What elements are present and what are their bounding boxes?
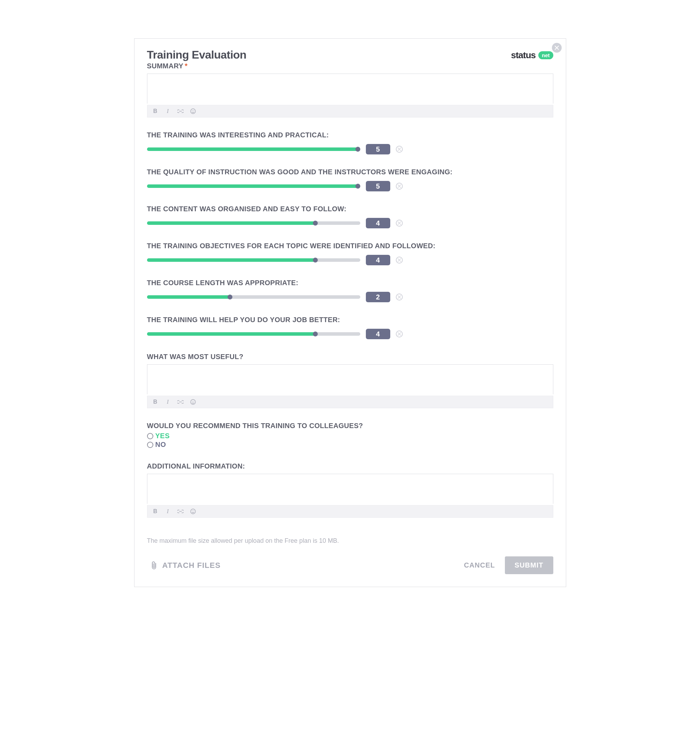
attach-files[interactable]: ATTACH FILES bbox=[147, 561, 221, 570]
rating-block-2: THE CONTENT WAS ORGANISED AND EASY TO FO… bbox=[147, 205, 553, 228]
rating-slider-row: 2 bbox=[147, 292, 553, 302]
close-button[interactable] bbox=[552, 43, 562, 53]
useful-toolbar: B I bbox=[147, 396, 553, 408]
radio-yes-label: YES bbox=[155, 432, 170, 440]
svg-point-5 bbox=[193, 401, 194, 401]
rating-slider[interactable] bbox=[147, 221, 360, 225]
rating-block-1: THE QUALITY OF INSTRUCTION WAS GOOD AND … bbox=[147, 168, 553, 191]
close-icon bbox=[555, 46, 559, 50]
summary-label: SUMMARY bbox=[147, 62, 184, 70]
rating-clear[interactable] bbox=[396, 146, 403, 153]
svg-point-6 bbox=[190, 509, 195, 514]
link-icon[interactable] bbox=[177, 398, 184, 406]
svg-point-3 bbox=[190, 400, 195, 405]
recommend-label: WOULD YOU RECOMMEND THIS TRAINING TO COL… bbox=[147, 422, 553, 430]
italic-icon[interactable]: I bbox=[164, 508, 172, 515]
rating-label: THE TRAINING WAS INTERESTING AND PRACTIC… bbox=[147, 131, 553, 139]
summary-editor: B I bbox=[147, 73, 553, 117]
rating-clear[interactable] bbox=[396, 331, 403, 337]
rating-label: THE TRAINING WILL HELP YOU DO YOUR JOB B… bbox=[147, 316, 553, 324]
rating-clear[interactable] bbox=[396, 183, 403, 190]
useful-block: WHAT WAS MOST USEFUL? B I bbox=[147, 352, 553, 408]
svg-point-4 bbox=[192, 401, 192, 401]
link-icon[interactable] bbox=[177, 508, 184, 515]
recommend-no-row: NO bbox=[147, 441, 553, 449]
emoji-icon[interactable] bbox=[189, 398, 197, 406]
rating-label: THE CONTENT WAS ORGANISED AND EASY TO FO… bbox=[147, 205, 553, 213]
useful-input[interactable] bbox=[147, 364, 553, 394]
rating-label: THE TRAINING OBJECTIVES FOR EACH TOPIC W… bbox=[147, 242, 553, 250]
brand-pill: net bbox=[538, 51, 553, 59]
italic-icon[interactable]: I bbox=[164, 107, 172, 115]
brand-logo: status net bbox=[511, 50, 553, 61]
rating-clear[interactable] bbox=[396, 256, 403, 264]
rating-label: THE QUALITY OF INSTRUCTION WAS GOOD AND … bbox=[147, 168, 553, 176]
bold-icon[interactable]: B bbox=[151, 398, 159, 406]
paperclip-icon bbox=[151, 561, 157, 570]
header: Training Evaluation SUMMARY* status net bbox=[147, 48, 553, 70]
radio-no-label: NO bbox=[155, 441, 166, 449]
bold-icon[interactable]: B bbox=[151, 508, 159, 515]
rating-slider[interactable] bbox=[147, 332, 360, 336]
brand-text: status bbox=[511, 50, 536, 61]
recommend-block: WOULD YOU RECOMMEND THIS TRAINING TO COL… bbox=[147, 422, 553, 449]
additional-block: ADDITIONAL INFORMATION: B I bbox=[147, 462, 553, 518]
rating-label: THE COURSE LENGTH WAS APPROPRIATE: bbox=[147, 278, 553, 287]
svg-point-0 bbox=[190, 109, 195, 114]
rating-value: 5 bbox=[366, 144, 390, 155]
emoji-icon[interactable] bbox=[189, 508, 197, 515]
radio-yes[interactable] bbox=[147, 433, 153, 439]
svg-point-7 bbox=[192, 510, 192, 511]
emoji-icon[interactable] bbox=[189, 107, 197, 115]
useful-label: WHAT WAS MOST USEFUL? bbox=[147, 352, 553, 361]
rating-block-5: THE TRAINING WILL HELP YOU DO YOUR JOB B… bbox=[147, 316, 553, 339]
italic-icon[interactable]: I bbox=[164, 398, 172, 406]
footer: ATTACH FILES CANCEL SUBMIT bbox=[147, 556, 553, 574]
rating-slider-row: 4 bbox=[147, 255, 553, 265]
summary-toolbar: B I bbox=[147, 105, 553, 117]
rating-block-0: THE TRAINING WAS INTERESTING AND PRACTIC… bbox=[147, 131, 553, 155]
rating-slider-row: 5 bbox=[147, 144, 553, 155]
rating-slider[interactable] bbox=[147, 184, 360, 188]
rating-value: 4 bbox=[366, 255, 390, 265]
rating-clear[interactable] bbox=[396, 294, 403, 300]
recommend-options: YES NO bbox=[147, 432, 553, 449]
attach-label: ATTACH FILES bbox=[162, 561, 221, 570]
bold-icon[interactable]: B bbox=[151, 107, 159, 115]
link-icon[interactable] bbox=[177, 107, 184, 115]
rating-value: 2 bbox=[366, 292, 390, 302]
recommend-yes-row: YES bbox=[147, 432, 553, 440]
additional-editor: B I bbox=[147, 474, 553, 518]
submit-button[interactable]: SUBMIT bbox=[505, 556, 553, 574]
additional-label: ADDITIONAL INFORMATION: bbox=[147, 462, 553, 470]
rating-block-4: THE COURSE LENGTH WAS APPROPRIATE:2 bbox=[147, 278, 553, 302]
actions: CANCEL SUBMIT bbox=[464, 556, 553, 574]
svg-point-2 bbox=[193, 110, 194, 111]
rating-slider-row: 4 bbox=[147, 329, 553, 339]
additional-input[interactable] bbox=[147, 474, 553, 504]
required-mark: * bbox=[185, 62, 187, 70]
summary-input[interactable] bbox=[147, 73, 553, 103]
rating-clear[interactable] bbox=[396, 220, 403, 227]
svg-point-1 bbox=[192, 110, 192, 111]
rating-slider[interactable] bbox=[147, 258, 360, 262]
form-card: Training Evaluation SUMMARY* status net … bbox=[134, 38, 566, 587]
rating-slider-row: 5 bbox=[147, 181, 553, 191]
rating-slider[interactable] bbox=[147, 147, 360, 151]
rating-slider-row: 4 bbox=[147, 218, 553, 228]
cancel-button[interactable]: CANCEL bbox=[464, 561, 495, 569]
rating-value: 4 bbox=[366, 329, 390, 339]
additional-toolbar: B I bbox=[147, 505, 553, 518]
rating-block-3: THE TRAINING OBJECTIVES FOR EACH TOPIC W… bbox=[147, 242, 553, 265]
rating-value: 5 bbox=[366, 181, 390, 191]
page-title: Training Evaluation bbox=[147, 48, 247, 61]
useful-editor: B I bbox=[147, 364, 553, 408]
rating-value: 4 bbox=[366, 218, 390, 228]
svg-point-8 bbox=[193, 510, 194, 511]
file-size-note: The maximum file size allowed per upload… bbox=[147, 537, 553, 545]
radio-no[interactable] bbox=[147, 442, 153, 448]
rating-slider[interactable] bbox=[147, 295, 360, 299]
